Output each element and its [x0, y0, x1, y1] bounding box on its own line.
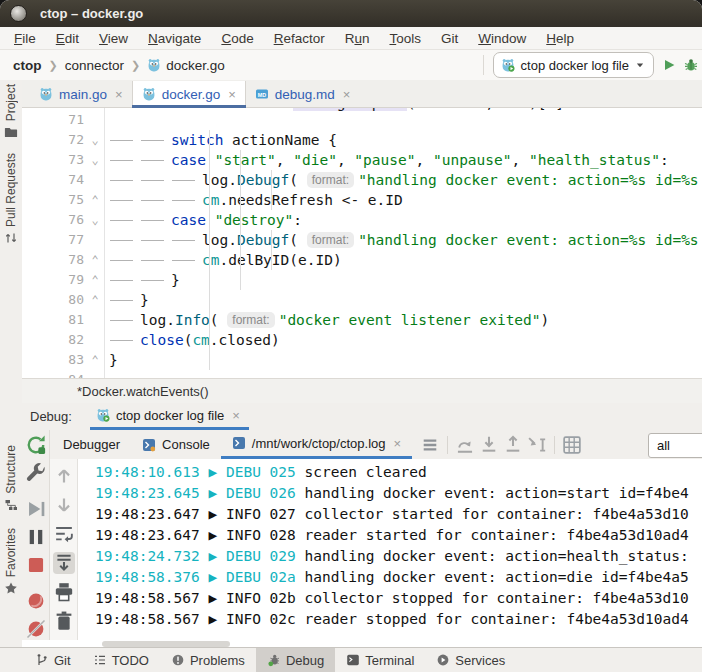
- fold-marker-icon[interactable]: ⌃: [86, 290, 105, 310]
- up-from-line-button[interactable]: [502, 434, 524, 456]
- menu-item-help[interactable]: Help: [536, 31, 584, 46]
- run-button[interactable]: [662, 58, 676, 72]
- menu-item-navigate[interactable]: Navigate: [138, 31, 211, 46]
- hamburger-menu-button[interactable]: [419, 434, 441, 456]
- breadcrumb-item-docker.go[interactable]: docker.go: [147, 58, 225, 73]
- code-token: [206, 212, 215, 228]
- follow-cursor-button[interactable]: [526, 434, 548, 456]
- fold-marker-icon[interactable]: ⌃: [86, 190, 105, 210]
- code-line: 73⌄case "start", "die", "pause", "unpaus…: [22, 150, 702, 170]
- menu-item-edit[interactable]: Edit: [46, 31, 89, 46]
- pause-button[interactable]: [25, 526, 47, 548]
- debug-view-tab--mnt-work-ctop-ctop-log[interactable]: /mnt/work/ctop/ctop.log×: [221, 430, 412, 459]
- go-gopher-icon: [147, 58, 161, 72]
- log-row: 19:48:58.376 ▶ DEBU 02a handling docker …: [78, 567, 702, 588]
- log-level: INFO 028: [226, 527, 296, 543]
- code-token: Debugf: [237, 232, 289, 248]
- run-configuration-select[interactable]: ctop docker log file: [493, 52, 654, 78]
- debug-tool-window: Debug: ctop docker log file × DebuggerCo…: [22, 403, 702, 648]
- breadcrumb-item-connector[interactable]: connector: [65, 58, 124, 73]
- code-text: switch actionName {: [105, 130, 702, 150]
- menu-item-window[interactable]: Window: [468, 31, 536, 46]
- fold-marker-icon[interactable]: ⌄: [86, 130, 105, 150]
- scroll-to-end-button[interactable]: [53, 552, 75, 574]
- code-token: log.: [202, 232, 237, 248]
- grid-view-button[interactable]: [561, 434, 583, 456]
- status-item-debug[interactable]: Debug: [256, 648, 335, 672]
- status-item-terminal[interactable]: Terminal: [335, 648, 425, 672]
- menu-item-git[interactable]: Git: [431, 31, 468, 46]
- indent-guide: [271, 170, 272, 210]
- debug-view-tab-console[interactable]: Console: [131, 430, 221, 459]
- rerun-button[interactable]: [25, 434, 47, 456]
- indent-guide: [271, 230, 272, 270]
- breadcrumb-separator-icon: ❯: [49, 59, 58, 72]
- status-item-git[interactable]: Git: [24, 648, 82, 672]
- view-breakpoints-button[interactable]: [25, 618, 47, 640]
- menu-item-tools[interactable]: Tools: [379, 31, 431, 46]
- log-filter-select[interactable]: all: [648, 433, 702, 458]
- mute-breakpoints-button[interactable]: [25, 590, 47, 612]
- breadcrumb-item-ctop[interactable]: ctop: [13, 58, 42, 73]
- editor-tab-main.go[interactable]: main.go×: [30, 81, 132, 107]
- fold-marker-icon[interactable]: ⌄: [86, 150, 105, 170]
- skip-to-next-button[interactable]: [454, 434, 476, 456]
- resume-button[interactable]: [25, 498, 47, 520]
- close-icon[interactable]: ×: [232, 408, 240, 423]
- log-timestamp: 19:48:23.647: [95, 527, 200, 543]
- console-action-toolbar: [50, 459, 78, 640]
- close-icon[interactable]: ×: [393, 436, 401, 451]
- code-token: "docker event listener exited": [279, 312, 541, 328]
- log-level: DEBU 029: [226, 548, 296, 564]
- code-text: case "destroy":: [105, 210, 702, 230]
- fold-marker-icon[interactable]: ⌃: [86, 350, 105, 370]
- code-token: switch: [171, 132, 223, 148]
- fold-marker-icon[interactable]: ⌃: [86, 270, 105, 290]
- code-token: (: [210, 312, 227, 328]
- print-button[interactable]: [53, 581, 75, 603]
- console-icon: [232, 436, 246, 450]
- editor-tab-docker.go[interactable]: docker.go×: [132, 81, 246, 107]
- soft-wrap-button[interactable]: [53, 523, 75, 545]
- close-icon[interactable]: ×: [115, 87, 123, 102]
- menu-item-code[interactable]: Code: [211, 31, 263, 46]
- menu-item-run[interactable]: Run: [335, 31, 380, 46]
- menu-item-refactor[interactable]: Refactor: [264, 31, 335, 46]
- code-token: :: [293, 212, 302, 228]
- code-line: 79⌃}: [22, 270, 702, 290]
- stop-button[interactable]: [25, 554, 47, 576]
- debug-button[interactable]: [684, 58, 698, 72]
- stripe-tab-pull-requests[interactable]: Pull Requests: [4, 153, 18, 245]
- debug-view-tab-debugger[interactable]: Debugger: [52, 430, 131, 459]
- stripe-tab-structure[interactable]: Structure: [4, 445, 18, 512]
- code-text: }: [105, 270, 702, 290]
- clear-trash-button[interactable]: [53, 610, 75, 632]
- debug-session-tab[interactable]: ctop docker log file ×: [90, 403, 249, 430]
- status-item-services[interactable]: Services: [425, 648, 516, 672]
- code-token: [206, 152, 215, 168]
- editor-tab-debug.md[interactable]: MDdebug.md×: [246, 81, 360, 107]
- settings-wrench-button[interactable]: [25, 462, 47, 484]
- code-editor[interactable]: 70actionName := strings.Split(e.Action, …: [22, 108, 702, 378]
- run-play-icon: [662, 58, 676, 72]
- window-control-button[interactable]: [10, 5, 27, 22]
- fold-marker-icon[interactable]: ⌃: [86, 250, 105, 270]
- code-token: "unpause": [433, 152, 512, 168]
- arrow-down-button[interactable]: [53, 494, 75, 516]
- close-icon[interactable]: ×: [228, 87, 236, 102]
- arrow-up-button[interactable]: [53, 465, 75, 487]
- stripe-tab-favorites[interactable]: Favorites: [4, 528, 18, 595]
- stripe-tab-label: Structure: [4, 445, 18, 494]
- status-item-todo[interactable]: TODO: [82, 648, 160, 672]
- session-tab-label: ctop docker log file: [116, 408, 224, 423]
- status-item-problems[interactable]: Problems: [160, 648, 256, 672]
- stripe-tab-project[interactable]: Project: [4, 84, 18, 139]
- code-token: format:: [227, 312, 274, 328]
- fold-marker-icon[interactable]: ⌄: [86, 210, 105, 230]
- menu-item-view[interactable]: View: [89, 31, 138, 46]
- log-arrow: ▶: [200, 464, 226, 480]
- down-to-line-button[interactable]: [478, 434, 500, 456]
- close-icon[interactable]: ×: [343, 87, 351, 102]
- menu-item-file[interactable]: File: [4, 31, 46, 46]
- log-console-output[interactable]: 19:48:10.613 ▶ DEBU 025 screen cleared19…: [78, 459, 702, 640]
